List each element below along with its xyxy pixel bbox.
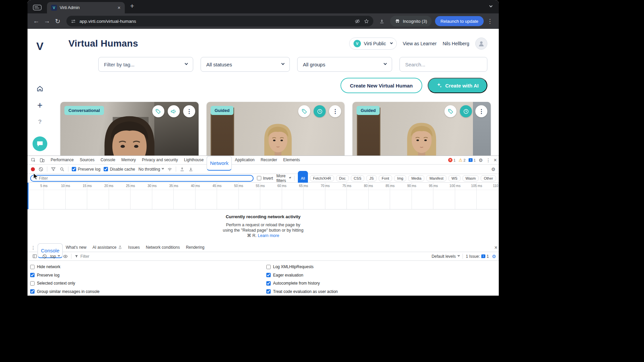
- site-settings-icon[interactable]: [70, 18, 76, 24]
- request-type-chip[interactable]: Font: [379, 175, 392, 181]
- export-har-icon[interactable]: [188, 167, 194, 172]
- console-setting[interactable]: Log XMLHttpRequests: [266, 263, 338, 271]
- request-type-chip[interactable]: WS: [448, 175, 461, 181]
- setting-checkbox[interactable]: [266, 265, 271, 269]
- url-bar[interactable]: app.virti.com/virtual-humans: [66, 16, 373, 26]
- request-type-chip[interactable]: Doc: [336, 175, 349, 181]
- devtools-tab[interactable]: Memory: [118, 156, 139, 164]
- clear-network-log-icon[interactable]: [38, 167, 44, 172]
- create-with-ai-button[interactable]: Create with AI: [428, 78, 487, 93]
- devtools-tab[interactable]: Lighthouse: [181, 156, 207, 164]
- virtual-human-card[interactable]: Guided ⋮: [207, 102, 345, 156]
- search-input[interactable]: [405, 62, 482, 67]
- tag-icon[interactable]: [444, 105, 457, 117]
- drawer-close-icon[interactable]: ×: [494, 245, 497, 251]
- view-as-learner-link[interactable]: View as Learner: [403, 41, 437, 46]
- search-icon[interactable]: [59, 167, 65, 172]
- console-filter-input[interactable]: [80, 254, 429, 259]
- devtools-tab[interactable]: Network: [207, 156, 232, 171]
- devtools-close-icon[interactable]: ×: [494, 157, 497, 163]
- devtools-tab[interactable]: Sources: [77, 156, 98, 164]
- throttling-select[interactable]: No throttling: [139, 167, 164, 172]
- request-type-chip[interactable]: JS: [366, 175, 377, 181]
- console-context-selector[interactable]: top: [50, 254, 60, 259]
- user-avatar[interactable]: [475, 38, 487, 50]
- console-setting[interactable]: Hide network: [30, 263, 266, 271]
- drawer-kebab-icon[interactable]: ⋮: [29, 243, 38, 252]
- setting-checkbox[interactable]: [30, 289, 35, 294]
- record-network-log-button[interactable]: [31, 167, 35, 171]
- publish-megaphone-icon[interactable]: [168, 105, 180, 117]
- console-setting[interactable]: Group similar messages in console: [30, 288, 266, 296]
- setting-checkbox[interactable]: [30, 273, 35, 277]
- drawer-tab-whats-new[interactable]: What's new: [63, 243, 90, 252]
- card-menu-kebab-icon[interactable]: ⋮: [475, 105, 487, 117]
- console-setting[interactable]: Eager evaluation: [266, 271, 338, 280]
- tag-icon[interactable]: [298, 105, 310, 117]
- status-clock-icon[interactable]: [314, 105, 326, 117]
- inspect-element-icon[interactable]: [29, 156, 38, 164]
- console-issues-counter[interactable]: 1 Issue: ! 1: [466, 254, 489, 259]
- network-conditions-icon[interactable]: [167, 167, 172, 172]
- organization-selector[interactable]: V Virti Public: [349, 38, 397, 50]
- warning-counter[interactable]: ⚠2: [459, 158, 466, 163]
- tab-search-icon[interactable]: [33, 5, 42, 10]
- setting-checkbox[interactable]: [30, 265, 35, 269]
- issues-counter[interactable]: !1: [469, 158, 476, 162]
- help-icon[interactable]: ?: [35, 117, 45, 127]
- drawer-tab-network-conditions[interactable]: Network conditions: [143, 243, 183, 252]
- downloads-icon[interactable]: [377, 16, 387, 26]
- request-type-chip[interactable]: Other: [481, 175, 496, 181]
- console-setting[interactable]: Preserve log: [30, 271, 266, 280]
- setting-checkbox[interactable]: [30, 281, 35, 286]
- devtools-tab[interactable]: Performance: [48, 156, 77, 164]
- devtools-kebab-icon[interactable]: ⋮: [486, 158, 491, 163]
- status-clock-icon[interactable]: [460, 105, 472, 117]
- drawer-tab-ai-assistance[interactable]: AI assistance: [90, 243, 125, 252]
- invert-filter-checkbox[interactable]: Invert: [257, 176, 273, 181]
- log-levels-selector[interactable]: Default levels: [432, 254, 460, 259]
- setting-checkbox[interactable]: [266, 281, 271, 286]
- setting-checkbox[interactable]: [266, 289, 271, 294]
- filter-by-tag-select[interactable]: Filter by tag...: [98, 57, 193, 72]
- add-icon[interactable]: +: [35, 100, 45, 110]
- card-menu-kebab-icon[interactable]: ⋮: [329, 105, 341, 117]
- tab-close-icon[interactable]: ×: [116, 5, 122, 11]
- request-type-chip[interactable]: CSS: [351, 175, 365, 181]
- devtools-tab[interactable]: Application: [232, 156, 258, 164]
- bookmark-star-icon[interactable]: [364, 18, 369, 24]
- error-counter[interactable]: ×1: [448, 158, 455, 162]
- live-expression-eye-icon[interactable]: [63, 254, 68, 259]
- devtools-settings-gear-icon[interactable]: ⚙: [479, 158, 483, 163]
- console-setting[interactable]: Treat code evaluation as user action: [266, 288, 338, 296]
- request-type-chip[interactable]: Manifest: [426, 175, 446, 181]
- drawer-tab-issues[interactable]: Issues: [125, 243, 143, 252]
- console-settings-gear-icon[interactable]: ⚙: [492, 254, 496, 259]
- card-menu-kebab-icon[interactable]: ⋮: [183, 105, 195, 117]
- preserve-log-checkbox[interactable]: Preserve log: [72, 167, 100, 172]
- status-filter-select[interactable]: All statuses: [201, 57, 290, 72]
- eye-off-icon[interactable]: [355, 18, 360, 24]
- group-filter-select[interactable]: All groups: [297, 57, 392, 72]
- device-toolbar-icon[interactable]: [38, 156, 46, 164]
- request-type-chip[interactable]: Media: [408, 175, 424, 181]
- disable-cache-checkbox[interactable]: Disable cache: [104, 167, 135, 172]
- import-har-icon[interactable]: [179, 167, 185, 172]
- devtools-tab[interactable]: Privacy and security: [139, 156, 181, 164]
- new-tab-button[interactable]: +: [128, 2, 136, 10]
- forward-button[interactable]: →: [42, 16, 52, 26]
- more-filters-dropdown[interactable]: More filters: [276, 174, 291, 183]
- browser-tab[interactable]: V Virti Admin ×: [47, 2, 125, 13]
- create-new-virtual-human-button[interactable]: Create New Virtual Human: [340, 78, 422, 93]
- console-setting[interactable]: Selected context only: [30, 279, 266, 288]
- learn-more-link[interactable]: Learn more: [258, 233, 279, 238]
- setting-checkbox[interactable]: [266, 273, 271, 277]
- tag-icon[interactable]: [152, 105, 164, 117]
- chat-support-button[interactable]: [33, 136, 47, 151]
- relaunch-to-update-button[interactable]: Relaunch to update: [435, 16, 484, 26]
- virtual-human-card[interactable]: Conversational ⋮: [60, 102, 199, 156]
- back-button[interactable]: ←: [32, 16, 41, 26]
- tab-list-chevron-icon[interactable]: [490, 3, 492, 9]
- network-filter-input[interactable]: [39, 176, 250, 181]
- console-setting[interactable]: Autocomplete from history: [266, 279, 338, 288]
